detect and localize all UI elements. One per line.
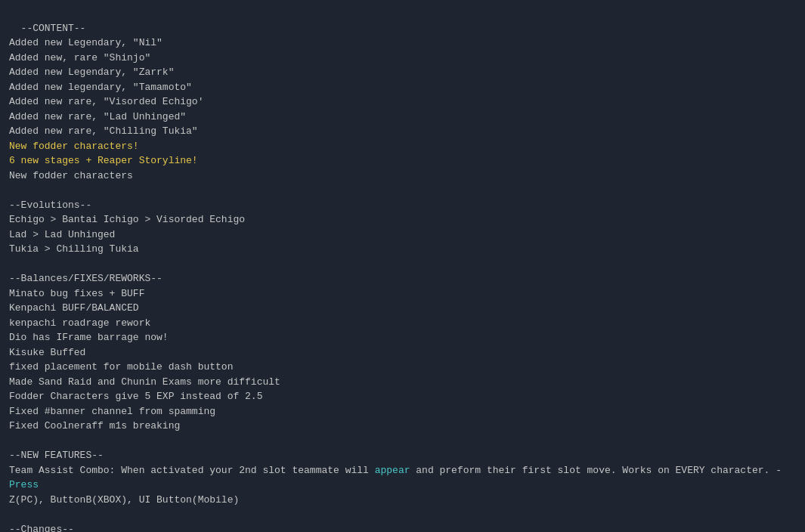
- line-lad-evo: Lad > Lad Unhinged: [9, 229, 115, 240]
- line-visorded: Added new rare, "Visorded Echigo': [9, 96, 203, 107]
- line-changes-header: --Changes--: [9, 524, 74, 533]
- line-coolneraff: Fixed Coolneraff m1s breaking: [9, 420, 180, 431]
- line-sand-raid: Made Sand Raid and Chunin Exams more dif…: [9, 376, 280, 388]
- line-chilling-tukia: Added new rare, "Chilling Tukia": [9, 125, 198, 137]
- line-zarrk: Added new Legendary, "Zarrk": [9, 66, 174, 78]
- line-echigo-evo: Echigo > Bantai Ichigo > Visorded Echigo: [9, 214, 245, 225]
- line-content-header: --CONTENT--: [21, 23, 86, 34]
- line-balances-header: --Balances/FIXES/REWORKS--: [9, 273, 163, 284]
- line-kenpachi-rework: kenpachi roadrage rework: [9, 317, 150, 329]
- line-minato: Minato bug fixes + BUFF: [9, 288, 144, 299]
- line-shinjo: Added new, rare "Shinjo": [9, 52, 150, 63]
- changelog-content: --CONTENT-- Added new Legendary, "Nil" A…: [9, 6, 796, 532]
- line-tamamoto: Added new legendary, "Tamamoto": [9, 82, 192, 93]
- line-team-assist: Team Assist Combo: When activated your 2…: [9, 465, 788, 506]
- line-banner: Fixed #banner channel from spamming: [9, 406, 215, 417]
- line-dio: Dio has IFrame barrage now!: [9, 332, 169, 343]
- line-kenpachi-buff: Kenpachi BUFF/BALANCED: [9, 302, 139, 314]
- line-mobile-dash: fixed placement for mobile dash button: [9, 361, 233, 373]
- line-fodder-chars: New fodder characters!: [9, 141, 139, 152]
- line-new-fodder: New fodder characters: [9, 170, 133, 181]
- line-fodder-exp: Fodder Characters give 5 EXP instead of …: [9, 391, 262, 402]
- line-tukia-evo: Tukia > Chilling Tukia: [9, 243, 139, 255]
- line-new-features-header: --NEW FEATURES--: [9, 450, 104, 461]
- line-lad-unhinged: Added new rare, "Lad Unhinged": [9, 111, 186, 122]
- line-stages: 6 new stages + Reaper Storyline!: [9, 155, 198, 166]
- line-kisuke: Kisuke Buffed: [9, 347, 85, 358]
- line-nil: Added new Legendary, "Nil": [9, 37, 163, 48]
- line-evolutions-header: --Evolutions--: [9, 200, 91, 211]
